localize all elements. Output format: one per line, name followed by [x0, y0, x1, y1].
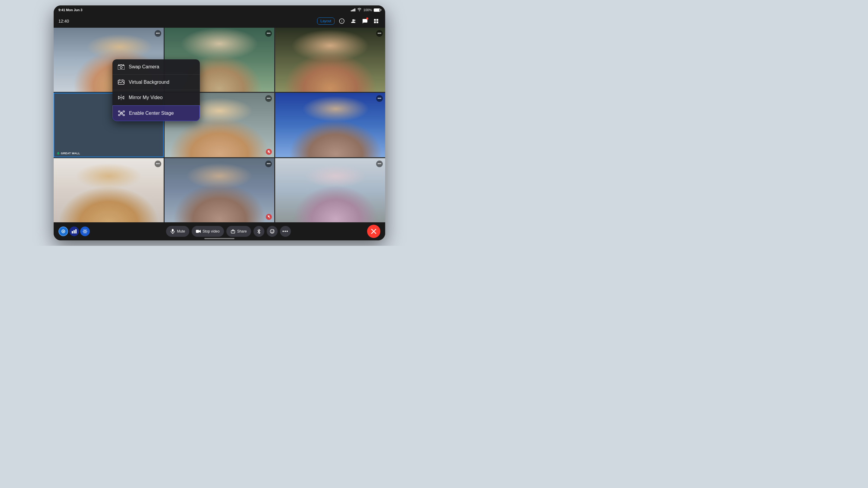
grid-view-button[interactable] — [372, 17, 380, 25]
svg-rect-4 — [376, 19, 378, 21]
swap-camera-item[interactable]: Swap Camera — [113, 59, 200, 75]
video-cell-9: ••• — [275, 158, 385, 222]
svg-rect-7 — [58, 152, 59, 154]
svg-rect-3 — [374, 19, 376, 21]
center-controls: Mute Stop video Share — [166, 226, 290, 237]
swap-camera-icon — [118, 64, 124, 70]
more-button-8[interactable]: ••• — [265, 161, 272, 167]
reactions-button[interactable] — [267, 226, 278, 237]
video-cell-6: ••• — [275, 93, 385, 157]
app-icon-stats — [69, 227, 79, 236]
center-stage-item[interactable]: Enable Center Stage — [113, 105, 200, 121]
video-grid: ••• ••• ••• GREAT WALL — [54, 28, 385, 222]
svg-rect-19 — [119, 115, 120, 116]
status-left: 9:41 Mon Jun 3 — [59, 8, 82, 12]
virtual-background-item[interactable]: Virtual Background — [113, 75, 200, 90]
more-button-9[interactable]: ••• — [376, 161, 383, 167]
svg-rect-10 — [268, 150, 270, 152]
svg-point-2 — [354, 20, 355, 21]
app-icons-left — [59, 227, 90, 236]
virtual-background-icon — [118, 79, 124, 86]
mic-icon — [170, 229, 175, 234]
battery-percent: 100% — [364, 8, 372, 12]
svg-rect-26 — [73, 230, 75, 233]
chat-button[interactable] — [361, 17, 369, 25]
video-cell-8: ••• — [164, 158, 275, 222]
svg-rect-27 — [75, 229, 76, 233]
context-menu: Swap Camera Virtual Background — [113, 59, 200, 121]
cell-name-4: GREAT WALL — [61, 152, 80, 155]
more-options-icon: ••• — [282, 229, 288, 234]
more-button-3[interactable]: ••• — [376, 30, 383, 37]
svg-point-13 — [120, 67, 122, 69]
notification-badge — [366, 18, 368, 20]
svg-rect-17 — [119, 111, 120, 112]
status-bar: 9:41 Mon Jun 3 100% — [54, 5, 385, 14]
meeting-time: 12:40 — [59, 19, 69, 24]
svg-rect-32 — [196, 230, 199, 233]
mic-active-icon — [57, 152, 60, 155]
more-button-6[interactable]: ••• — [376, 95, 383, 102]
svg-rect-20 — [123, 115, 124, 116]
home-indicator — [204, 238, 235, 239]
cell-label-4: GREAT WALL — [57, 152, 80, 155]
center-stage-icon — [118, 110, 125, 117]
more-button-2[interactable]: ••• — [265, 30, 272, 37]
share-button[interactable]: Share — [226, 226, 251, 237]
mirror-icon — [118, 94, 124, 101]
mute-label: Mute — [177, 229, 185, 233]
more-button-7[interactable]: ••• — [155, 161, 161, 167]
svg-point-36 — [273, 231, 273, 231]
participants-button[interactable] — [349, 17, 358, 25]
svg-rect-12 — [268, 216, 270, 217]
mirror-video-label: Mirror My Video — [129, 95, 163, 100]
stop-video-button[interactable]: Stop video — [192, 226, 224, 237]
center-stage-label: Enable Center Stage — [129, 110, 174, 116]
device-frame: 9:41 Mon Jun 3 100% — [54, 5, 385, 240]
svg-rect-25 — [72, 231, 73, 233]
battery-icon — [374, 8, 380, 12]
app-icon-settings — [80, 227, 90, 236]
svg-point-35 — [271, 231, 272, 231]
info-button[interactable]: i — [338, 17, 346, 25]
mute-indicator-5 — [266, 149, 272, 155]
end-call-button[interactable] — [367, 225, 380, 238]
swap-camera-label: Swap Camera — [129, 64, 159, 70]
app-icon-webex — [59, 227, 68, 236]
svg-rect-5 — [374, 22, 376, 23]
svg-text:i: i — [341, 20, 342, 23]
virtual-background-label: Virtual Background — [129, 79, 169, 85]
share-icon — [230, 229, 236, 234]
mirror-video-item[interactable]: Mirror My Video — [113, 90, 200, 105]
bottom-toolbar: Mute Stop video Share — [54, 222, 385, 240]
more-button-5[interactable]: ••• — [265, 95, 272, 102]
video-icon — [196, 229, 201, 234]
bluetooth-button[interactable] — [253, 226, 264, 237]
status-right: 100% — [351, 8, 380, 12]
svg-rect-18 — [123, 111, 124, 112]
toolbar-right: Layout i — [317, 17, 380, 25]
svg-rect-29 — [172, 229, 174, 232]
share-label: Share — [237, 229, 247, 233]
video-cell-7: ••• — [54, 158, 164, 222]
top-toolbar: 12:40 Layout i — [54, 14, 385, 28]
mute-indicator-8 — [266, 214, 272, 220]
video-cell-3: ••• — [275, 28, 385, 92]
layout-button[interactable]: Layout — [317, 18, 335, 25]
svg-point-28 — [84, 230, 86, 232]
svg-rect-6 — [376, 22, 378, 23]
more-options-button[interactable]: ••• — [280, 226, 291, 237]
signal-icon — [351, 8, 355, 11]
svg-point-24 — [63, 231, 64, 232]
stop-video-label: Stop video — [203, 229, 220, 233]
more-button-1[interactable]: ••• — [155, 30, 161, 37]
wifi-icon — [357, 8, 362, 12]
mute-button[interactable]: Mute — [166, 226, 189, 237]
status-time: 9:41 Mon Jun 3 — [59, 8, 82, 12]
